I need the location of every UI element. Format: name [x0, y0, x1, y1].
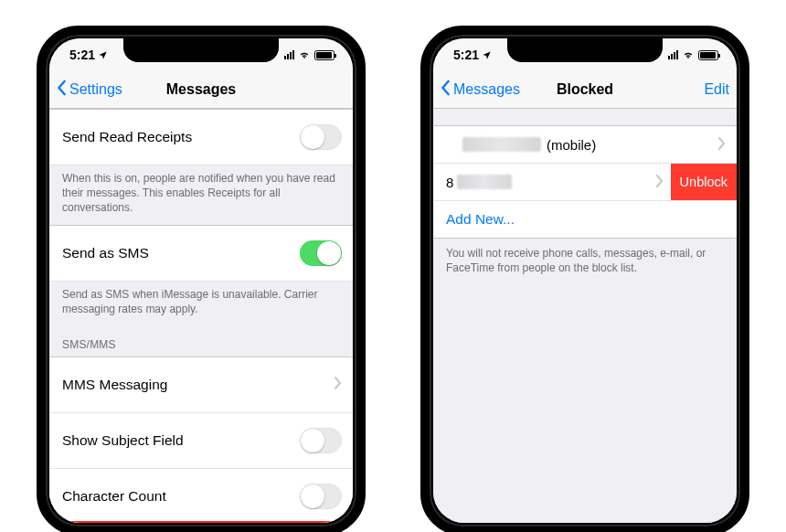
- toggle-read-receipts[interactable]: [300, 124, 342, 150]
- nav-edit-button[interactable]: Edit: [704, 81, 729, 98]
- chevron-left-icon: [57, 80, 68, 100]
- redacted-name: [457, 175, 512, 189]
- notch: [123, 38, 279, 62]
- settings-list[interactable]: Send Read Receipts When this is on, peop…: [49, 109, 353, 523]
- row-send-as-sms[interactable]: Send as SMS: [49, 225, 353, 282]
- nav-bar: Settings Messages: [49, 71, 353, 109]
- row-character-count[interactable]: Character Count: [49, 469, 353, 523]
- phone-screen: 5:21: [433, 38, 737, 523]
- blocked-contact-row[interactable]: (mobile): [433, 126, 737, 164]
- toggle-character-count[interactable]: [300, 484, 342, 509]
- unblock-button[interactable]: Unblock: [671, 164, 737, 200]
- location-services-icon: [98, 50, 108, 60]
- row-label: Character Count: [62, 488, 166, 505]
- chevron-right-icon: [656, 175, 664, 190]
- phone-left: 5:21: [37, 26, 366, 532]
- blocked-list[interactable]: (mobile) 8: [433, 109, 737, 523]
- note-read-receipts: When this is on, people are notified whe…: [49, 165, 353, 225]
- blocked-list-note: You will not receive phone calls, messag…: [433, 239, 737, 282]
- battery-icon: [314, 50, 335, 60]
- note-send-as-sms: Send as SMS when iMessage is unavailable…: [49, 282, 353, 325]
- blocked-contact-row[interactable]: 8 Unblock: [433, 164, 737, 201]
- chevron-left-icon: [441, 80, 451, 100]
- add-new-button[interactable]: Add New...: [433, 201, 737, 239]
- phone-frame: 5:21: [420, 26, 749, 532]
- row-read-receipts[interactable]: Send Read Receipts: [49, 109, 353, 165]
- chevron-right-icon: [335, 377, 342, 393]
- row-label: Show Subject Field: [62, 432, 184, 449]
- list-top-spacer: [433, 109, 737, 126]
- wifi-icon: [682, 50, 695, 60]
- row-mms-messaging[interactable]: MMS Messaging: [49, 356, 353, 413]
- nav-back-label: Settings: [69, 81, 122, 98]
- status-time: 5:21: [69, 48, 95, 62]
- row-label: Send as SMS: [62, 245, 149, 261]
- notch: [507, 38, 663, 62]
- row-label: MMS Messaging: [62, 377, 167, 393]
- phone-screen: 5:21: [49, 38, 353, 523]
- phone-frame: 5:21: [37, 26, 366, 532]
- row-label: Send Read Receipts: [62, 129, 192, 145]
- location-services-icon: [482, 50, 492, 60]
- wifi-icon: [298, 50, 311, 60]
- nav-back-button[interactable]: Messages: [441, 80, 520, 100]
- status-time: 5:21: [453, 48, 479, 62]
- redacted-name: [462, 137, 541, 152]
- nav-back-button[interactable]: Settings: [57, 80, 122, 100]
- toggle-send-as-sms[interactable]: [300, 240, 342, 266]
- chevron-right-icon: [718, 137, 726, 153]
- row-show-subject-field[interactable]: Show Subject Field: [49, 413, 353, 469]
- cellular-signal-icon: [668, 50, 678, 59]
- nav-bar: Messages Blocked Edit: [433, 71, 737, 109]
- section-header-sms-mms: SMS/MMS: [49, 325, 353, 356]
- contact-label-suffix: (mobile): [547, 137, 596, 153]
- toggle-show-subject-field[interactable]: [300, 428, 342, 453]
- battery-icon: [698, 50, 718, 60]
- nav-back-label: Messages: [453, 81, 520, 98]
- cellular-signal-icon: [284, 50, 294, 59]
- phone-right: 5:21: [420, 26, 749, 532]
- contact-leading-digit: 8: [446, 175, 453, 190]
